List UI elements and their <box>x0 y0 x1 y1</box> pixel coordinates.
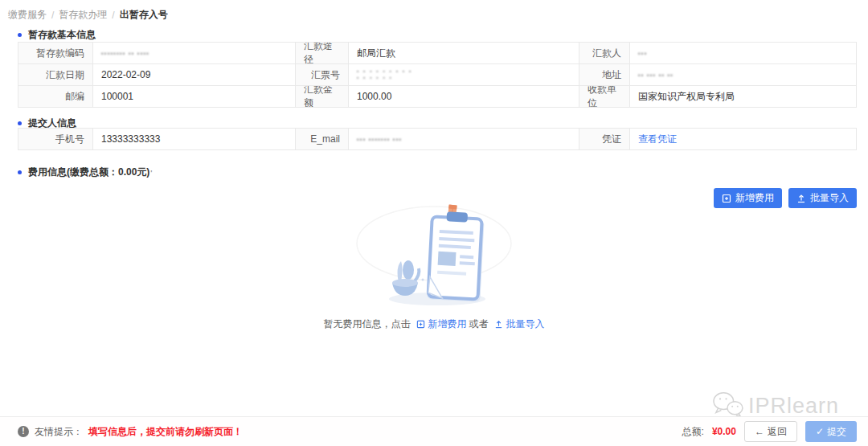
field-value-remit-amount: 1000.00 <box>349 86 579 107</box>
footnote-mark: ' <box>150 169 152 177</box>
field-label-email: E_mail <box>296 129 349 149</box>
redacted-value: ▪▪▪ <box>638 50 648 57</box>
empty-state: 暂无费用信息，点击 新增费用 或者 批量导入 <box>0 202 868 331</box>
add-fee-icon <box>416 320 425 329</box>
field-value-email: ▪▪▪ ▪▪▪▪▪▪▪ ▪▪▪ <box>349 129 579 149</box>
field-value-postcode: 100001 <box>93 86 296 107</box>
breadcrumb-separator: / <box>51 10 54 21</box>
breadcrumb-separator: / <box>112 10 114 21</box>
table-row: 邮编 100001 汇款金额 1000.00 收款单位 国家知识产权局专利局 <box>18 86 856 108</box>
field-value-address: ▪▪ ▪▪▪ ▪▪ ▪▪ <box>630 64 856 85</box>
field-value-remit-route: 邮局汇款 <box>349 43 579 63</box>
section-title-fee-info: 费用信息(缴费总额：0.00元) ' <box>18 166 153 179</box>
page: 缴费服务 / 暂存款办理 / 出暂存入号 暂存款基本信息 暂存款编码 ▪▪▪▪▪… <box>0 0 868 446</box>
table-row: 汇款日期 2022-02-09 汇票号 ▪ ▪ ▪ ▪ ▪ ▪ ▪ ▪ ▪ ▪ … <box>18 64 856 86</box>
empty-text-prefix: 暂无费用信息，点击 <box>324 317 411 331</box>
field-value-deposit-code: ▪▪▪▪▪▪▪▪ ▪▪ ▪▪▪▪ <box>93 43 296 63</box>
field-label-remit-amount: 汇款金额 <box>296 86 349 107</box>
empty-clipboard-illustration <box>354 202 514 313</box>
redacted-value: ▪▪▪ ▪▪▪▪▪▪▪ ▪▪▪ <box>357 136 402 143</box>
back-button-label: 返回 <box>768 425 787 439</box>
empty-state-text: 暂无费用信息，点击 新增费用 或者 批量导入 <box>324 317 545 331</box>
view-voucher-link[interactable]: 查看凭证 <box>638 133 677 146</box>
field-value-remitter: ▪▪▪ <box>630 43 856 63</box>
friendly-tip: ! 友情提示： 填写信息后，提交前请勿刷新页面！ <box>18 425 243 439</box>
redacted-value: ▪▪▪▪▪▪▪▪ ▪▪ ▪▪▪▪ <box>101 50 149 57</box>
field-value-draft-number: ▪ ▪ ▪ ▪ ▪ ▪ ▪ ▪ ▪ ▪ ▪ ▪ ▪ ▪ ▪ <box>349 64 579 85</box>
field-label-deposit-code: 暂存款编码 <box>18 43 93 63</box>
breadcrumb-item-fee-service[interactable]: 缴费服务 <box>8 8 47 22</box>
total-label: 总额: <box>682 425 704 439</box>
back-button[interactable]: ← 返回 <box>744 421 797 442</box>
upload-icon <box>494 320 503 329</box>
tip-text: 填写信息后，提交前请勿刷新页面！ <box>88 425 243 439</box>
submitter-info-table: 手机号 13333333333 E_mail ▪▪▪ ▪▪▪▪▪▪▪ ▪▪▪ 凭… <box>18 128 857 150</box>
batch-import-link[interactable]: 批量导入 <box>506 317 545 331</box>
breadcrumb-current-page: 出暂存入号 <box>120 8 168 22</box>
field-label-postcode: 邮编 <box>18 86 93 107</box>
section-title-basic-info: 暂存款基本信息 <box>18 28 96 42</box>
check-icon: ✓ <box>816 426 824 437</box>
field-label-remit-route: 汇款途径 <box>296 43 349 63</box>
field-label-voucher: 凭证 <box>579 129 630 149</box>
field-value-payee-unit: 国家知识产权局专利局 <box>630 86 856 107</box>
back-arrow-icon: ← <box>755 426 764 437</box>
submit-button[interactable]: ✓ 提交 <box>805 421 857 442</box>
breadcrumb: 缴费服务 / 暂存款办理 / 出暂存入号 <box>8 8 168 22</box>
table-row: 手机号 13333333333 E_mail ▪▪▪ ▪▪▪▪▪▪▪ ▪▪▪ 凭… <box>18 129 856 150</box>
empty-text-middle: 或者 <box>469 317 489 331</box>
add-fee-link[interactable]: 新增费用 <box>428 317 467 331</box>
field-label-remitter: 汇款人 <box>579 43 630 63</box>
field-label-payee-unit: 收款单位 <box>579 86 630 107</box>
footer-bar: ! 友情提示： 填写信息后，提交前请勿刷新页面！ 总额: ¥0.00 ← 返回 … <box>0 416 868 446</box>
field-value-remit-date: 2022-02-09 <box>93 64 296 85</box>
total-amount: ¥0.00 <box>712 426 736 437</box>
section-title-basic-info-label: 暂存款基本信息 <box>28 28 96 42</box>
footer-actions: 总额: ¥0.00 ← 返回 ✓ 提交 <box>682 421 857 442</box>
field-label-remit-date: 汇款日期 <box>18 64 93 85</box>
info-icon: ! <box>18 426 29 437</box>
bullet-icon <box>18 33 22 37</box>
breadcrumb-item-deposit-handling[interactable]: 暂存款办理 <box>59 8 107 22</box>
tip-label: 友情提示： <box>35 425 83 439</box>
field-label-phone: 手机号 <box>18 129 93 149</box>
bullet-icon <box>18 170 22 174</box>
field-label-address: 地址 <box>579 64 630 85</box>
table-row: 暂存款编码 ▪▪▪▪▪▪▪▪ ▪▪ ▪▪▪▪ 汇款途径 邮局汇款 汇款人 ▪▪▪ <box>18 43 856 64</box>
submit-button-label: 提交 <box>827 425 846 439</box>
bullet-icon <box>18 121 22 125</box>
watermark-text: IPRlearn <box>748 394 839 419</box>
redacted-value: ▪▪ ▪▪▪ ▪▪ ▪▪ <box>638 72 674 79</box>
basic-info-table: 暂存款编码 ▪▪▪▪▪▪▪▪ ▪▪ ▪▪▪▪ 汇款途径 邮局汇款 汇款人 ▪▪▪… <box>18 42 857 108</box>
section-title-fee-info-label: 费用信息(缴费总额：0.00元) <box>28 166 149 179</box>
field-value-phone: 13333333333 <box>93 129 296 149</box>
redacted-value: ▪ ▪ ▪ ▪ ▪ ▪ ▪ ▪ ▪ ▪ ▪ ▪ ▪ ▪ ▪ <box>357 68 412 81</box>
field-label-draft-number: 汇票号 <box>296 64 349 85</box>
